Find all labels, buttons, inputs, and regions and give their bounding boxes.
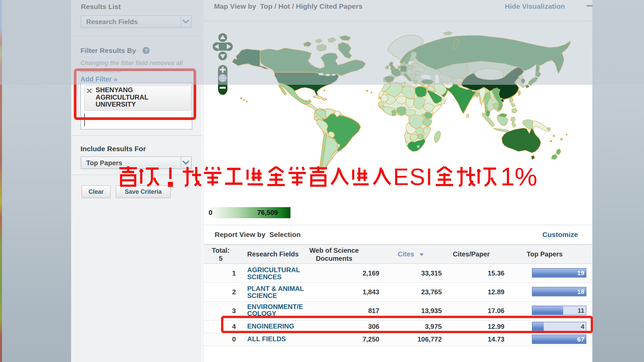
svg-text:ESI: ESI [393,164,433,188]
svg-text:1%: 1% [500,164,537,188]
